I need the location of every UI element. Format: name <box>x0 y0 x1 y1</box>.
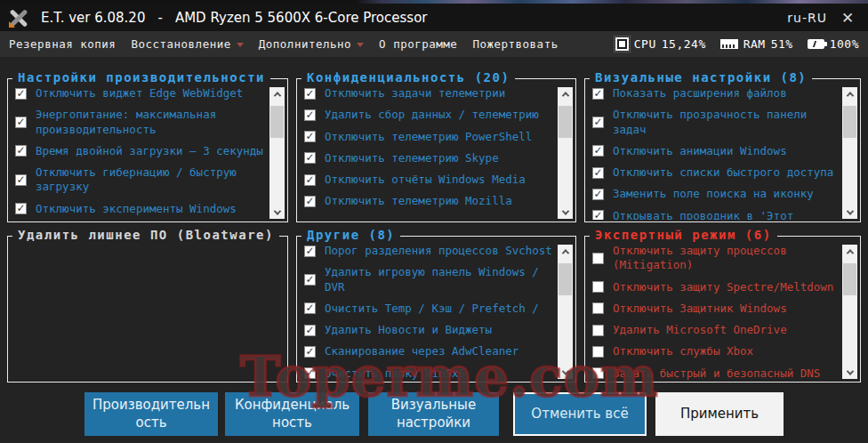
scroll-up-button[interactable] <box>558 245 573 258</box>
close-icon[interactable]: ✕ <box>827 4 868 31</box>
scroll-up-button[interactable] <box>558 87 573 101</box>
checkbox-row[interactable]: ✓Отключить анимации Windows <box>592 144 837 158</box>
checkbox-row[interactable]: Отключить защиту Spectre/Meltdown <box>592 280 837 294</box>
checkbox-row[interactable]: ✓Удалить сбор данных / телеметрию <box>304 108 552 122</box>
checkbox-unchecked[interactable] <box>592 325 604 336</box>
checkbox-row[interactable]: ✓Порог разделения процессов Svchost <box>304 244 552 258</box>
checkbox-row[interactable]: Отключить защиту процессов (Mitigation) <box>592 244 837 273</box>
checkbox-unchecked[interactable] <box>592 281 604 293</box>
checkbox-row[interactable]: Задать быстрый и безопасный DNS <box>592 366 837 381</box>
scrollbar[interactable] <box>842 245 857 379</box>
checkbox-checked[interactable]: ✓ <box>15 88 27 100</box>
checkbox-checked[interactable]: ✓ <box>15 117 27 128</box>
scroll-up-button[interactable] <box>842 87 857 101</box>
checkbox-row[interactable]: ✓Отключить задачи телеметрии <box>304 86 552 101</box>
checkbox-checked[interactable]: ✓ <box>304 346 316 358</box>
menu-item[interactable]: Восстановление <box>131 37 243 51</box>
panel-expert: Экспертный режим (6)Отключить защиту про… <box>584 236 861 383</box>
checkbox-row[interactable]: ✓Сканирование через AdwCleaner <box>304 344 552 358</box>
checkbox-checked[interactable]: ✓ <box>304 246 316 257</box>
footer-button-5[interactable]: Применить <box>655 392 784 436</box>
checkbox-checked[interactable]: ✓ <box>304 274 316 286</box>
checkbox-unchecked[interactable] <box>592 346 604 358</box>
menu-item[interactable]: О программе <box>379 37 457 51</box>
checkbox-unchecked[interactable] <box>592 302 604 314</box>
menu-item[interactable]: Резервная копия <box>9 37 116 51</box>
scrollbar-thumb[interactable] <box>843 106 856 138</box>
scroll-up-button[interactable] <box>842 245 857 258</box>
menu-item-label: Восстановление <box>131 37 230 51</box>
checkbox-row[interactable]: Удалить Microsoft OneDrive <box>592 323 837 337</box>
scrollbar-thumb[interactable] <box>270 106 284 138</box>
checkbox-checked[interactable]: ✓ <box>592 210 604 220</box>
checkbox-row[interactable]: ✓Отключить телеметрию Mozilla <box>304 194 552 208</box>
checkbox-row[interactable]: ✓Очистить Temp / Кэш / Prefetch / <box>304 302 552 316</box>
scrollbar[interactable] <box>842 87 857 219</box>
checkbox-row[interactable]: ✓Отключить эксперименты Windows <box>15 202 264 216</box>
footer-button-3[interactable]: Визуальные настройки <box>368 392 499 436</box>
footer-button-4[interactable]: Отменить всё <box>513 392 647 436</box>
scrollbar[interactable] <box>269 87 285 219</box>
checkbox-label: Показать расширения файлов <box>613 86 787 101</box>
scroll-down-button[interactable] <box>269 205 285 219</box>
checkbox-checked[interactable]: ✓ <box>592 88 604 100</box>
checkbox-row[interactable]: ✓Отключить гибернацию / быструю загрузку <box>15 165 264 195</box>
footer-button-2[interactable]: Конфиденциальность <box>225 392 359 436</box>
scroll-down-button[interactable] <box>842 366 857 379</box>
scroll-down-button[interactable] <box>558 366 573 379</box>
scrollbar[interactable] <box>558 245 573 379</box>
checkbox-row[interactable]: ✓Отключить телеметрию PowerShell <box>304 130 552 144</box>
checkbox-checked[interactable]: ✓ <box>592 189 604 200</box>
checkbox-row[interactable]: ✓Очистить папку WinSxS <box>304 366 552 381</box>
menu-item[interactable]: Пожертвовать <box>472 37 558 51</box>
checkbox-unchecked[interactable] <box>592 367 604 379</box>
checkbox-label: Очистить Temp / Кэш / Prefetch / <box>325 302 539 316</box>
checkbox-checked[interactable]: ✓ <box>15 145 27 157</box>
checkbox-checked[interactable]: ✓ <box>592 167 604 179</box>
checkbox-checked[interactable]: ✓ <box>304 152 316 164</box>
checkbox-unchecked[interactable] <box>592 253 604 264</box>
footer-button-1[interactable]: Производительность <box>84 392 218 436</box>
scroll-down-button[interactable] <box>558 205 573 219</box>
checkbox-checked[interactable]: ✓ <box>304 88 316 100</box>
checkbox-label: Время двойной загрузки — 3 секунды <box>36 144 263 158</box>
checkbox-row[interactable]: ✓Время двойной загрузки — 3 секунды <box>15 144 264 158</box>
checkbox-row[interactable]: ✓Открывать проводник в 'Этот <box>592 209 837 221</box>
checkbox-row[interactable]: ✓Удалить Новости и Виджеты <box>304 323 552 337</box>
cpu-stat: CPU 15,24% <box>615 37 706 51</box>
checkbox-checked[interactable]: ✓ <box>304 325 316 336</box>
checkbox-label: Порог разделения процессов Svchost <box>325 244 552 258</box>
scrollbar-thumb[interactable] <box>843 263 856 295</box>
checkbox-checked[interactable]: ✓ <box>592 145 604 157</box>
checkbox-row[interactable]: ✓Отключить списки быстрого доступа <box>592 165 837 180</box>
scrollbar[interactable] <box>558 87 573 219</box>
scrollbar-thumb[interactable] <box>559 106 572 138</box>
checkbox-row[interactable]: ✓Показать расширения файлов <box>592 86 837 101</box>
checkbox-row[interactable]: ✓Энергопитание: максимальная производите… <box>15 108 264 137</box>
checkbox-checked[interactable]: ✓ <box>304 174 316 186</box>
checkbox-row[interactable]: ✓Отключить прозрачность панели задач <box>592 108 837 137</box>
checkbox-checked[interactable]: ✓ <box>304 302 316 314</box>
menu-item[interactable]: Дополнительно <box>259 37 364 51</box>
checkbox-checked[interactable]: ✓ <box>304 367 316 379</box>
checkbox-row[interactable]: ✓Отключить телеметрию Skype <box>304 151 552 165</box>
checkbox-row[interactable]: Отключить Защитник Windows <box>592 302 837 316</box>
checkbox-checked[interactable]: ✓ <box>304 131 316 142</box>
checkbox-row[interactable]: ✓Удалить игровую панель Windows / DVR <box>304 265 552 294</box>
scroll-down-button[interactable] <box>842 205 857 219</box>
ram-stat: RAM 51% <box>720 37 793 51</box>
checkbox-checked[interactable]: ✓ <box>304 109 316 121</box>
checkbox-checked[interactable]: ✓ <box>15 174 27 186</box>
checkbox-row[interactable]: ✓Отключить отчёты Windows Media <box>304 173 552 187</box>
checkbox-row[interactable]: ✓Заменить поле поиска на иконку <box>592 187 837 201</box>
locale-indicator[interactable]: ru-RU <box>787 11 827 25</box>
checkbox-checked[interactable]: ✓ <box>15 203 27 214</box>
checkbox-row[interactable]: ✓Отключить виджет Edge WebWidget <box>15 86 264 101</box>
checkbox-checked[interactable]: ✓ <box>304 196 316 207</box>
checkbox-row[interactable]: Отключить службы Xbox <box>592 344 837 358</box>
scrollbar-thumb[interactable] <box>559 263 572 295</box>
checkbox-checked[interactable]: ✓ <box>592 117 604 128</box>
panel-body: ✓Отключить виджет Edge WebWidget✓Энергоп… <box>15 86 264 220</box>
chevron-down-icon <box>846 367 853 375</box>
scroll-up-button[interactable] <box>269 87 285 101</box>
